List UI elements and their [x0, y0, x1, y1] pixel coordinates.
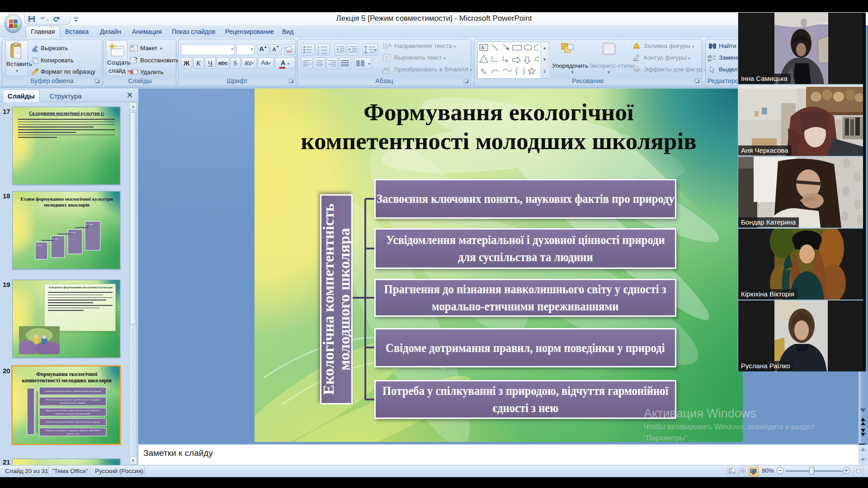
svg-text:▾: ▾ — [47, 18, 49, 21]
svg-text:ac: ac — [708, 58, 712, 62]
svg-text:A: A — [481, 45, 484, 50]
svg-text:Усвідомлення матеріальної і ду: Усвідомлення матеріальної і духовної цін… — [46, 399, 100, 401]
svg-text:Прагнення до пізнання навколиш: Прагнення до пізнання навколишнього світ… — [46, 409, 100, 412]
svg-text:ІІ етап:: ІІ етап: — [52, 238, 59, 240]
svg-text:єдності з нею: єдності з нею — [66, 432, 80, 435]
svg-text:ІV етап:: ІV етап: — [86, 223, 93, 225]
svg-text:2: 2 — [317, 48, 319, 52]
svg-text:3: 3 — [317, 52, 319, 55]
svg-text:ІІІ етап:: ІІІ етап: — [69, 231, 76, 234]
svg-text:A: A — [388, 42, 392, 48]
svg-text:для суспільства та людини: для суспільства та людини — [60, 402, 86, 404]
svg-text:1: 1 — [317, 45, 319, 48]
svg-text:морально-етичними переживанням: морально-етичними переживаннями — [55, 413, 90, 415]
svg-text:І етап:: І етап: — [37, 244, 42, 246]
